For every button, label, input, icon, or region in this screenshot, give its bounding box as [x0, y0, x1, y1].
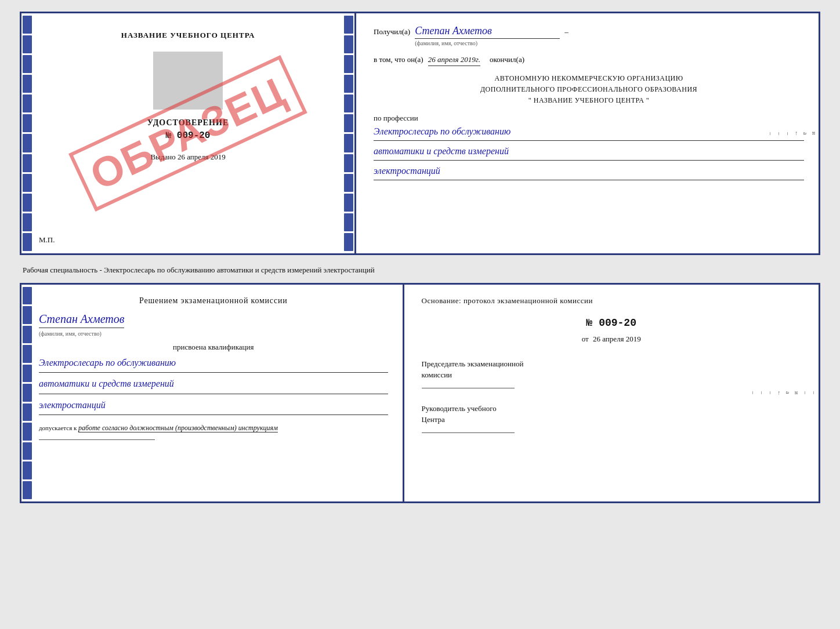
edge-char-1: и [811, 132, 817, 134]
bottom-edge-char-5: ← [776, 390, 783, 396]
issued-date-value: 26 апреля 2019 [178, 152, 226, 161]
document-container: НАЗВАНИЕ УЧЕБНОГО ЦЕНТРА УДОСТОВЕРЕНИЕ №… [20, 12, 820, 503]
protocol-number: № 009-20 [422, 317, 801, 329]
poluchil-label: Получил(а) [374, 27, 410, 37]
top-document: НАЗВАНИЕ УЧЕБНОГО ЦЕНТРА УДОСТОВЕРЕНИЕ №… [20, 12, 820, 255]
bottom-left-panel: Решением экзаменационной комиссии Степан… [21, 285, 404, 501]
bottom-fio-label: (фамилия, имя, отчество) [39, 330, 102, 337]
bottom-edge-char-3: и [794, 391, 800, 394]
bottom-edge-char-1: – [811, 391, 817, 394]
commission-title: Решением экзаменационной комиссии [39, 296, 388, 306]
dash-top: – [564, 27, 569, 37]
bottom-left-decor [21, 285, 33, 501]
edge-char-6: – [767, 132, 774, 135]
qual-line2: автоматики и средств измерений [39, 376, 388, 394]
edge-char-2: а [802, 132, 809, 134]
org-line1: АВТОНОМНУЮ НЕКОММЕРЧЕСКУЮ ОРГАНИЗАЦИЮ [374, 73, 804, 84]
dopusk-block: допускается к работе согласно должностны… [39, 424, 388, 432]
chairman-sig-line [422, 388, 515, 388]
mp-label: М.П. [39, 235, 55, 245]
profession-line3: электростанций [374, 164, 804, 180]
po-professii-label: по профессии [374, 114, 804, 123]
recipient-line: Получил(а) Степан Ахметов (фамилия, имя,… [374, 25, 804, 46]
ot-prefix: от [582, 335, 589, 343]
recipient-name-wrapper: Степан Ахметов (фамилия, имя, отчество) [415, 25, 560, 46]
left-decor-strip [21, 13, 33, 253]
org-line2: ДОПОЛНИТЕЛЬНОГО ПРОФЕССИОНАЛЬНОГО ОБРАЗО… [374, 84, 804, 95]
cert-number: № 009-20 [166, 130, 211, 141]
edge-char-3: ← [794, 130, 800, 136]
right-edge-decor-bottom: – – и а ← – – – [802, 285, 819, 501]
dopusk-prefix: допускается к [39, 424, 77, 431]
rukovoditel-block: Руководитель учебного Центра [422, 403, 801, 433]
cert-title: УДОСТОВЕРЕНИЕ [147, 118, 229, 128]
dopusk-text: работе согласно должностным (производств… [78, 424, 278, 432]
vtom-line: в том, что он(а) 26 апреля 2019г. окончи… [374, 55, 804, 66]
ot-date: от 26 апреля 2019 [422, 335, 801, 344]
vtom-prefix: в том, что он(а) [374, 55, 423, 64]
chairman-line1: Председатель экзаменационной [422, 358, 801, 370]
bottom-edge-char-8: – [750, 391, 756, 394]
prisvoena-label: присвоена квалификация [39, 343, 388, 352]
osnovanje-title: Основание: протокол экзаменационной коми… [422, 296, 801, 306]
edge-char-5: – [776, 132, 783, 135]
chairman-block: Председатель экзаменационной комиссии [422, 358, 801, 388]
qual-line3: электростанций [39, 398, 388, 416]
bottom-person-name-wrapper: Степан Ахметов (фамилия, имя, отчество) [39, 312, 388, 337]
recipient-name: Степан Ахметов [415, 25, 560, 39]
top-right-panel: Получил(а) Степан Ахметов (фамилия, имя,… [356, 13, 819, 253]
issued-label: Выдано [150, 152, 175, 161]
rukovoditel-line2: Центра [422, 414, 801, 426]
ot-date-value: 26 апреля 2019 [593, 335, 641, 343]
org-text-block: АВТОНОМНУЮ НЕКОММЕРЧЕСКУЮ ОРГАНИЗАЦИЮ ДО… [374, 73, 804, 107]
school-name-top: НАЗВАНИЕ УЧЕБНОГО ЦЕНТРА [121, 31, 255, 40]
rukovoditel-line1: Руководитель учебного [422, 403, 801, 415]
chairman-line2: комиссии [422, 369, 801, 381]
bottom-person-name: Степан Ахметов [39, 312, 124, 328]
middle-text: Рабочая специальность - Электрослесарь п… [20, 260, 820, 278]
top-left-panel: НАЗВАНИЕ УЧЕБНОГО ЦЕНТРА УДОСТОВЕРЕНИЕ №… [21, 13, 356, 253]
bottom-documents: Решением экзаменационной комиссии Степан… [20, 283, 820, 503]
bottom-edge-char-7: – [759, 391, 765, 394]
edge-char-4: – [785, 132, 791, 135]
right-edge-decor-top: и а ← – – – [802, 13, 819, 253]
bottom-edge-char-6: – [767, 391, 774, 394]
profession-line1: Электрослесарь по обслуживанию [374, 125, 804, 141]
vtom-date: 26 апреля 2019г. [428, 55, 480, 66]
fio-label-top: (фамилия, имя, отчество) [415, 40, 477, 46]
rukovoditel-sig-line [422, 432, 515, 433]
bottom-right-panel: Основание: протокол экзаменационной коми… [404, 285, 819, 501]
qual-line1: Электрослесарь по обслуживанию [39, 355, 388, 373]
photo-placeholder [153, 52, 223, 110]
profession-line2: автоматики и средств измерений [374, 144, 804, 161]
org-line3: " НАЗВАНИЕ УЧЕБНОГО ЦЕНТРА " [374, 95, 804, 106]
okончil-suffix: окончил(а) [490, 55, 524, 64]
bottom-edge-char-4: а [785, 391, 791, 394]
bottom-edge-char-2: – [802, 391, 809, 394]
right-decor-strip-left-panel [343, 13, 354, 253]
issued-date: Выдано 26 апреля 2019 [150, 152, 225, 162]
